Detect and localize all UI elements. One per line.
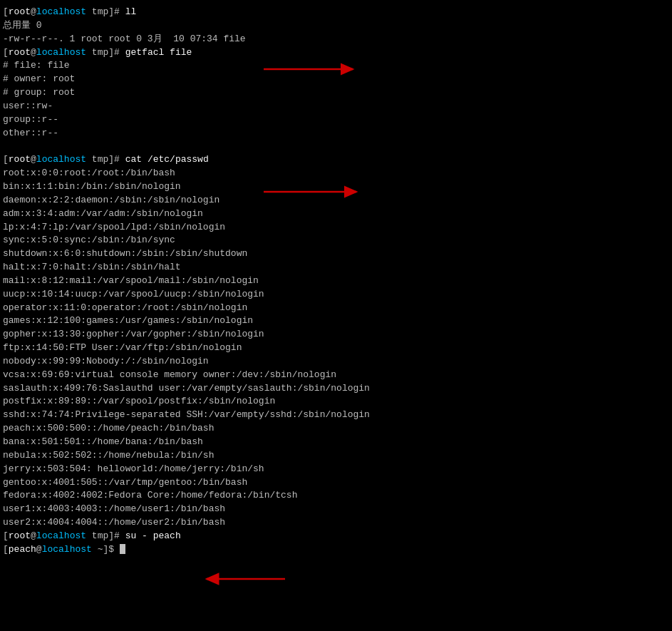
annotation-acl: 获取file的acl权限可以看到其他用户只有r（读）权限 (358, 57, 566, 89)
arrow-acl (264, 58, 363, 87)
terminal-line (3, 140, 669, 153)
terminal-line: games:x:12:100:games:/usr/games:/sbin/no… (3, 314, 669, 328)
terminal-line: vcsa:x:69:69:virtual console memory owne… (3, 369, 669, 382)
terminal-line: [root@localhost tmp]# getfacl file (3, 46, 669, 60)
terminal-line: saslauth:x:499:76:Saslauthd user:/var/em… (3, 382, 669, 396)
terminal-line: sshd:x:74:74:Privilege-separated SSH:/va… (3, 409, 669, 422)
terminal-line: # group: root (3, 86, 669, 100)
terminal-line: 总用量 0 (3, 19, 669, 33)
terminal-line: gopher:x:13:30:gopher:/var/gopher:/sbin/… (3, 328, 669, 342)
terminal-window: [root@localhost tmp]# ll 总用量 0 -rw-r--r-… (0, 0, 672, 631)
terminal-line: adm:x:3:4:adm:/var/adm:/sbin/nologin (3, 207, 669, 221)
terminal-line: ftp:x:14:50:FTP User:/var/ftp:/sbin/nolo… (3, 342, 669, 355)
arrow-switch (200, 570, 292, 599)
terminal-line: sync:x:5:0:sync:/sbin:/bin/sync (3, 234, 669, 247)
terminal-line: nebula:x:502:502::/home/nebula:/bin/sh (3, 449, 669, 463)
terminal-line: user1:x:4003:4003::/home/user1:/bin/bash (3, 503, 669, 516)
terminal-line: nobody:x:99:99:Nobody:/:/sbin/nologin (3, 355, 669, 369)
terminal-line: halt:x:7:0:halt:/sbin:/sbin/halt (3, 261, 669, 275)
terminal-line: bana:x:501:501::/home/bana:/bin/bash (3, 436, 669, 449)
terminal-line: jerry:x:503:504: helloworld:/home/jerry:… (3, 463, 669, 476)
terminal-prompt-peach: [peach@localhost ~]$ (3, 543, 669, 557)
terminal-line: postfix:x:89:89::/var/spool/postfix:/sbi… (3, 395, 669, 409)
terminal-line: gentoo:x:4001:505::/var/tmp/gentoo:/bin/… (3, 476, 669, 490)
terminal-line: uucp:x:10:14:uucp:/var/spool/uucp:/sbin/… (3, 288, 669, 302)
terminal-line: [root@localhost tmp]# ll (3, 6, 669, 19)
terminal-line: [root@localhost tmp]# su - peach (3, 530, 669, 543)
terminal-line: operator:x:11:0:operator:/root:/sbin/nol… (3, 302, 669, 315)
terminal-line: -rw-r--r--. 1 root root 0 3月 10 07:34 fi… (3, 33, 669, 46)
terminal-line: peach:x:500:500::/home/peach:/bin/bash (3, 422, 669, 436)
terminal-line: user::rw- (3, 100, 669, 113)
terminal-line: shutdown:x:6:0:shutdown:/sbin:/sbin/shut… (3, 247, 669, 261)
terminal-line: other::r-- (3, 127, 669, 140)
terminal-line: root:x:0:0:root:/root:/bin/bash (3, 167, 669, 180)
annotation-passwd: 查看所有用户 (367, 180, 427, 195)
terminal-line: [root@localhost tmp]# cat /etc/passwd (3, 153, 669, 167)
terminal-line: user2:x:4004:4004::/home/user2:/bin/bash (3, 516, 669, 530)
terminal-line: fedora:x:4002:4002:Fedora Core:/home/fed… (3, 489, 669, 503)
terminal-line: lp:x:4:7:lp:/var/spool/lpd:/sbin/nologin (3, 221, 669, 235)
annotation-switch: 切换到peach用户 (281, 578, 358, 592)
terminal-line: mail:x:8:12:mail:/var/spool/mail:/sbin/n… (3, 275, 669, 288)
arrow-passwd (264, 183, 367, 205)
terminal-line: group::r-- (3, 113, 669, 127)
cursor (120, 544, 125, 554)
